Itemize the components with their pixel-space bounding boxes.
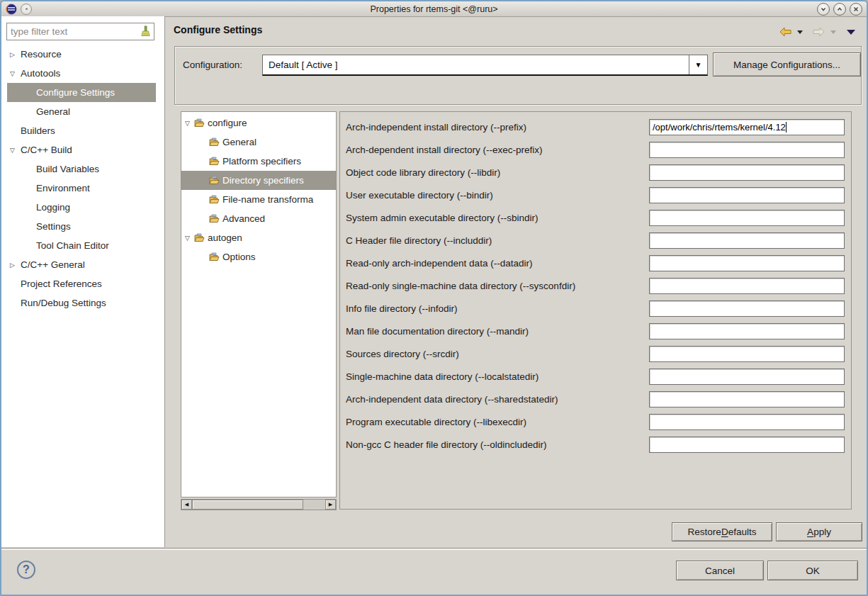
clear-filter-broom-icon[interactable] [140, 26, 151, 38]
sidebar-item-label: Build Variables [36, 164, 99, 174]
expander-icon[interactable]: ▷ [10, 51, 21, 58]
combo-arrow-icon[interactable]: ▼ [689, 55, 707, 74]
filter-input[interactable]: type filter text [6, 23, 154, 40]
options-tree-item-label: Directory specifiers [222, 175, 304, 186]
field-input[interactable] [649, 369, 845, 385]
sidebar-item-label: Logging [36, 202, 70, 213]
sidebar-item[interactable]: Run/Debug Settings [7, 293, 156, 313]
form-field-row: Man file documentation directory (--mand… [346, 323, 844, 339]
expander-icon[interactable]: ▽ [185, 120, 194, 127]
sidebar-item[interactable]: General [7, 102, 156, 121]
scrollbar-thumb[interactable] [192, 500, 303, 510]
field-input[interactable] [649, 300, 845, 317]
close-icon[interactable] [850, 3, 862, 16]
field-input[interactable] [649, 187, 845, 203]
field-input[interactable] [649, 323, 845, 339]
folder-icon [209, 137, 221, 147]
field-label: Arch-dependent install directory (--exec… [346, 145, 543, 155]
sidebar-item-label: Autotools [21, 68, 60, 79]
options-tree-item[interactable]: ▽ autogen [181, 228, 336, 247]
forward-dropdown-icon[interactable] [830, 30, 836, 34]
manage-configurations-button[interactable]: Manage Configurations... [713, 52, 861, 77]
field-input[interactable]: /opt/work/chris/rtems/kernel/4.12 [649, 119, 845, 135]
field-input[interactable] [649, 255, 845, 271]
sidebar-item-label: Environment [36, 183, 90, 193]
configuration-combo[interactable]: Default [ Active ] ▼ [262, 55, 708, 76]
options-tree-item[interactable]: Options [181, 247, 336, 266]
help-icon[interactable]: ? [17, 561, 35, 579]
field-input[interactable] [649, 346, 845, 362]
form-field-row: Arch-independent data directory (--share… [346, 391, 844, 407]
options-tree-hscrollbar[interactable]: ◀ ▶ [181, 499, 337, 510]
cancel-button[interactable]: Cancel [676, 561, 764, 580]
options-tree-item[interactable]: Directory specifiers [181, 171, 336, 190]
field-input[interactable] [649, 142, 845, 158]
options-tree-item-label: File-name transforma [222, 194, 313, 205]
configuration-value: Default [ Active ] [263, 55, 689, 74]
field-label: Object code library directory (--libdir) [346, 167, 500, 178]
options-tree-item[interactable]: File-name transforma [181, 190, 336, 209]
scroll-left-icon[interactable]: ◀ [181, 500, 192, 510]
titlebar[interactable]: Properties for rtems-git <@ruru> [1, 1, 867, 17]
form-field-row: Read-only single-machine data directory … [346, 278, 844, 294]
sidebar-item[interactable]: Environment [7, 179, 156, 198]
expander-icon[interactable]: ▽ [185, 235, 194, 242]
sidebar-item[interactable]: Logging [7, 198, 156, 217]
expander-icon[interactable]: ▽ [10, 147, 21, 154]
field-input[interactable] [649, 414, 845, 430]
field-input[interactable] [649, 164, 845, 181]
sidebar-item-label: Project References [21, 279, 102, 289]
field-label: Arch-independent install directory (--pr… [346, 122, 526, 133]
form-field-row: User executable directory (--bindir) [346, 187, 844, 203]
sidebar-item[interactable]: Tool Chain Editor [7, 236, 156, 255]
view-menu-icon[interactable] [847, 30, 855, 35]
form-field-row: System admin executable directory (--sbi… [346, 210, 844, 226]
options-tree-item[interactable]: Advanced [181, 209, 336, 228]
field-input[interactable] [649, 391, 845, 407]
sidebar-item[interactable]: ▽ Autotools [7, 64, 156, 83]
configuration-label: Configuration: [183, 60, 242, 70]
sidebar-item[interactable]: ▽ C/C++ Build [7, 140, 156, 159]
form-field-row: Info file directory (--infodir) [346, 300, 844, 317]
back-icon[interactable] [779, 27, 792, 37]
scrollbar-track[interactable] [303, 500, 325, 510]
field-label: Arch-independent data directory (--share… [346, 394, 558, 405]
forward-icon[interactable] [812, 27, 825, 37]
expander-icon[interactable]: ▷ [10, 262, 21, 269]
minimize-icon[interactable] [817, 3, 830, 16]
field-input[interactable] [649, 232, 845, 249]
ok-button[interactable]: OK [767, 561, 858, 580]
sidebar-item-label: Configure Settings [36, 87, 115, 98]
pin-icon[interactable] [21, 4, 32, 15]
sidebar-item[interactable]: Project References [7, 274, 156, 293]
sidebar-item[interactable]: ▷ Resource [7, 45, 156, 64]
options-tree-item[interactable]: Platform specifiers [181, 152, 336, 171]
field-input[interactable] [649, 210, 845, 226]
sidebar-item[interactable]: ▷ C/C++ General [7, 255, 156, 274]
sidebar-item-label: Builders [21, 125, 55, 136]
sidebar-item[interactable]: Configure Settings [7, 83, 156, 102]
sidebar-item-label: C/C++ Build [21, 145, 72, 155]
options-tree-item-label: autogen [208, 232, 242, 243]
field-input[interactable] [649, 437, 845, 453]
expander-icon[interactable]: ▽ [10, 70, 21, 77]
sidebar-item[interactable]: Builders [7, 121, 156, 140]
properties-sidebar: type filter text ▷ Resource ▽ Autotools … [1, 16, 165, 547]
field-label: C Header file directory (--includdir) [346, 235, 492, 246]
restore-defaults-button[interactable]: Restore Defaults [672, 522, 772, 541]
folder-icon [194, 233, 206, 242]
maximize-icon[interactable] [833, 3, 846, 16]
sidebar-item-label: Settings [36, 221, 71, 232]
field-label: Read-only arch-independent data (--datad… [346, 258, 532, 269]
field-input[interactable] [649, 278, 845, 294]
form-field-row: Sources directory (--srcdir) [346, 346, 844, 362]
sidebar-item[interactable]: Build Variables [7, 159, 156, 179]
scroll-right-icon[interactable]: ▶ [325, 500, 336, 510]
apply-button[interactable]: Apply [776, 522, 862, 541]
back-dropdown-icon[interactable] [797, 30, 803, 34]
options-tree-item[interactable]: General [181, 133, 336, 152]
sidebar-item[interactable]: Settings [7, 217, 156, 236]
field-label: Sources directory (--srcdir) [346, 349, 459, 359]
folder-icon [209, 252, 221, 262]
options-tree-item[interactable]: ▽ configure [181, 113, 336, 133]
